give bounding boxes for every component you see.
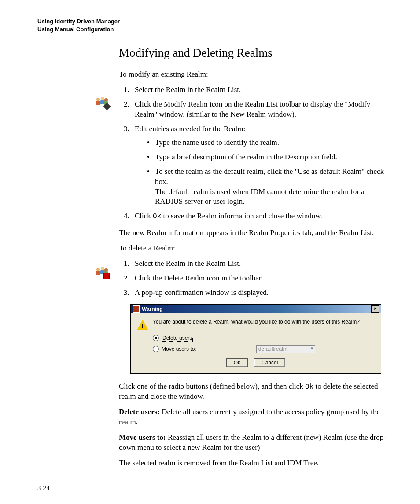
substep-default: To set the realm as the default realm, c…	[147, 167, 389, 207]
dialog-title-text: Warning	[142, 306, 163, 312]
header-line2: Using Manual Configuration	[37, 26, 389, 33]
modify-realm-icon	[95, 95, 110, 110]
delete-realm-icon	[95, 265, 110, 280]
modify-step-3: Edit entries as needed for the Realm: Ty…	[131, 124, 389, 207]
warning-dialog: Warning × You are about to delete a Real…	[130, 304, 381, 374]
dialog-sys-icon	[133, 305, 140, 313]
radio-delete-users-label: Delete users	[162, 335, 193, 342]
dialog-message: You are about to delete a Realm, what wo…	[153, 319, 360, 325]
radio-move-users[interactable]	[153, 346, 159, 352]
radio-move-users-label: Move users to:	[162, 346, 196, 352]
footer-rule	[37, 482, 389, 482]
final-note: The selected realm is removed from the R…	[119, 458, 389, 468]
page-number: 3-24	[37, 485, 389, 492]
modify-substeps: Type the name used to identify the realm…	[135, 138, 389, 207]
ok-button[interactable]: Ok	[226, 358, 248, 367]
delete-users-def: Delete users: Delete all users currently…	[119, 407, 389, 427]
modify-steps: Select the Realm in the Realm List. Clic…	[119, 85, 389, 222]
intro-modify: To modify an existing Realm:	[119, 70, 389, 80]
delete-step-3: A pop-up confirmation window is displaye…	[131, 288, 389, 298]
substep-description: Type a brief description of the realm in…	[147, 152, 389, 162]
cancel-button[interactable]: Cancel	[254, 358, 285, 367]
radio-delete-users[interactable]	[153, 335, 159, 341]
realm-select[interactable]: defaultrealm	[256, 345, 315, 353]
running-header: Using Identity Driven Manager Using Manu…	[37, 18, 389, 33]
close-icon[interactable]: ×	[371, 305, 379, 313]
intro-delete: To delete a Realm:	[119, 243, 389, 254]
dialog-titlebar: Warning ×	[131, 305, 381, 313]
header-line1: Using Identity Driven Manager	[37, 18, 389, 26]
modify-step-1: Select the Realm in the Realm List.	[131, 85, 389, 95]
after-dialog-p1: Click one of the radio buttons (defined …	[119, 382, 389, 402]
delete-step-1: Select the Realm in the Realm List.	[131, 259, 389, 269]
substep-name: Type the name used to identify the realm…	[147, 138, 389, 148]
move-users-def: Move users to: Reassign all users in the…	[119, 433, 389, 453]
after-modify: The new Realm information appears in the…	[119, 228, 389, 238]
section-title: Modifying and Deleting Realms	[119, 46, 389, 60]
delete-step-2: Click the Delete Realm icon in the toolb…	[131, 273, 389, 283]
modify-step-2: Click the Modify Realm icon on the Realm…	[131, 99, 389, 120]
warning-icon	[137, 320, 148, 330]
delete-steps: Select the Realm in the Realm List. Clic…	[119, 259, 389, 298]
modify-step-4: Click Ok to save the Realm information a…	[131, 211, 389, 222]
